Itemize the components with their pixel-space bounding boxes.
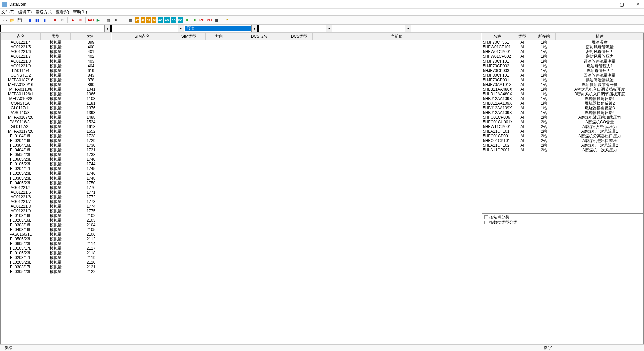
ai-icon[interactable]: AI (141, 17, 145, 23)
col-name[interactable]: 名称 (482, 33, 512, 40)
col-type[interactable]: 类型 (41, 33, 71, 40)
cell-point-name: FL0205/23L (1, 171, 41, 176)
cell-r-type: AI (512, 68, 532, 73)
menu-item[interactable]: 帮助(H) (73, 9, 87, 15)
table-row[interactable]: FL0305/23L模拟量2122 (1, 269, 111, 274)
help-icon[interactable]: ? (224, 17, 230, 23)
chevron-down-icon[interactable]: ▼ (178, 25, 184, 32)
play-icon[interactable]: ▶ (95, 17, 101, 23)
stop-icon[interactable]: ■ (113, 17, 119, 23)
panel-a-icon[interactable]: ▮ (27, 17, 33, 23)
window-close-button[interactable]: ✕ (634, 1, 642, 8)
col-sim-name[interactable]: SIM点名 (112, 33, 172, 40)
pd1-icon[interactable]: PD (199, 17, 205, 23)
right-grid-body[interactable]: 5HJF70CT351AI1站燃油温度5HFW01CF101AI1站密封风母管流… (482, 40, 643, 213)
save-icon[interactable]: 💾 (17, 17, 23, 23)
app-title: DataCom (9, 2, 26, 7)
cell-r-type: AI (512, 115, 532, 120)
mid-grid-header: SIM点名 SIM类型 方向 DCS点名 DCS类型 当前值 (112, 33, 481, 40)
expand-icon[interactable]: + (484, 221, 488, 224)
doc-icon[interactable]: □ (120, 17, 126, 23)
tree-view[interactable]: +按站点分类+按数据类型分类 (482, 213, 643, 344)
col-direction[interactable]: 方向 (206, 33, 232, 40)
cell-point-name: FL0404/16L (1, 148, 41, 152)
cell-r-type: AI (512, 101, 532, 106)
cell-point-name: AG01221/8 (1, 59, 41, 64)
col-dcs-type[interactable]: DCS类型 (286, 33, 313, 40)
col-desc[interactable]: 描述 (556, 33, 643, 40)
menu-item[interactable]: 编辑(E) (18, 9, 32, 15)
chevron-down-icon[interactable]: ▼ (405, 25, 411, 32)
cell-index: 2106 (71, 232, 111, 237)
chevron-down-icon[interactable]: ▼ (326, 25, 332, 32)
mid-grid-body[interactable] (112, 40, 481, 344)
col-index[interactable]: 索引 (71, 33, 111, 40)
chevron-down-icon[interactable]: ▼ (104, 25, 110, 32)
ao2-icon[interactable]: AO (164, 17, 170, 23)
expand-icon[interactable]: + (484, 215, 488, 219)
chevron-down-icon[interactable]: ▼ (251, 25, 257, 32)
cell-r-type: AI (512, 134, 532, 138)
mark-ad-icon[interactable]: A/D (88, 17, 94, 23)
cell-index: 2122 (71, 269, 111, 274)
open-icon[interactable]: 📂 (9, 17, 15, 23)
col-point-name[interactable]: 点名 (1, 33, 41, 40)
cell-name: 5HJF70CT351 (482, 40, 512, 45)
combo-right[interactable]: ▼ (333, 25, 411, 32)
cell-point-name: FL0605/23L (1, 157, 41, 162)
cell-r-type: AI (512, 64, 532, 68)
at-icon[interactable]: AT (135, 17, 139, 23)
cell-name: 5HJF70AA101XA01 (482, 82, 512, 87)
col-station[interactable]: 所在站 (532, 33, 556, 40)
panel-c-icon[interactable]: ▮ (42, 17, 48, 23)
table-row[interactable]: 5HLA11CP001AI2站A磨煤机一次风压力 (482, 148, 643, 152)
di-icon[interactable]: DI (152, 17, 156, 23)
g2-icon[interactable]: ■ (192, 17, 198, 23)
menu-item[interactable]: 查看(V) (56, 9, 69, 15)
col-dcs-name[interactable]: DCS点名 (232, 33, 286, 40)
cell-point-name: PAS0110/3L (1, 110, 41, 115)
cell-name: 5HJF70CP001 (482, 78, 512, 82)
tree-node[interactable]: +按数据类型分类 (484, 220, 641, 225)
pd2-icon[interactable]: PD (206, 17, 212, 23)
col-current-value[interactable]: 当前值 (313, 33, 481, 40)
cell-r-type: AI (512, 106, 532, 110)
mark-a-icon[interactable]: A (70, 17, 76, 23)
panel-b-icon[interactable]: ▮▮ (34, 17, 40, 23)
cell-r-type: AI (512, 54, 532, 59)
do2-icon[interactable]: DO (178, 17, 183, 23)
g1-icon[interactable]: ■ (184, 17, 190, 23)
combo-mid-2[interactable]: 只读 ▼ (185, 25, 258, 32)
window-minimize-button[interactable]: — (601, 1, 610, 8)
cell-index: 619 (71, 68, 111, 73)
cell-type: 模拟量 (41, 269, 71, 275)
left-grid-body[interactable]: AG01221/4模拟量399AG01221/5模拟量400AG01221/6模… (1, 40, 111, 344)
combo-mid-1[interactable]: ▼ (111, 25, 184, 32)
right-pane: 名称 类型 所在站 描述 5HJF70CT351AI1站燃油温度5HFW01CF… (482, 33, 644, 344)
cell-index: 2104 (71, 223, 111, 227)
cell-name: 5HFC01CP001 (482, 134, 512, 138)
new-icon[interactable]: ▭ (2, 17, 8, 23)
cancel-icon[interactable]: ✕ (52, 17, 58, 23)
do1-icon[interactable]: DO (171, 17, 176, 23)
dt-icon[interactable]: DT (146, 17, 151, 23)
col-sim-type[interactable]: SIM类型 (172, 33, 206, 40)
list-icon[interactable]: ▦ (127, 17, 133, 23)
refresh-icon[interactable]: ⟳ (59, 17, 65, 23)
col-r-type[interactable]: 类型 (512, 33, 532, 40)
status-ready: 就绪 (2, 345, 15, 351)
combo-left[interactable]: ▼ (0, 25, 111, 32)
tree-node[interactable]: +按站点分类 (484, 214, 641, 220)
menu-item[interactable]: 文件(F) (1, 9, 14, 15)
chart-icon[interactable]: ▤ (105, 17, 111, 23)
cell-name: 5HFW01CP001 (482, 49, 512, 54)
window-maximize-button[interactable]: ▢ (618, 1, 626, 8)
combo-mid-3[interactable]: ▼ (258, 25, 332, 32)
grid-icon[interactable]: ▦ (214, 17, 220, 23)
menu-item[interactable]: 发送方式 (36, 9, 52, 15)
mark-d-icon[interactable]: D (77, 17, 83, 23)
cell-r-type: AI (512, 110, 532, 115)
cell-index: 2118 (71, 251, 111, 255)
cell-name: 5HLB12AA480XA01 (482, 92, 512, 96)
ao1-icon[interactable]: AO (158, 17, 163, 23)
